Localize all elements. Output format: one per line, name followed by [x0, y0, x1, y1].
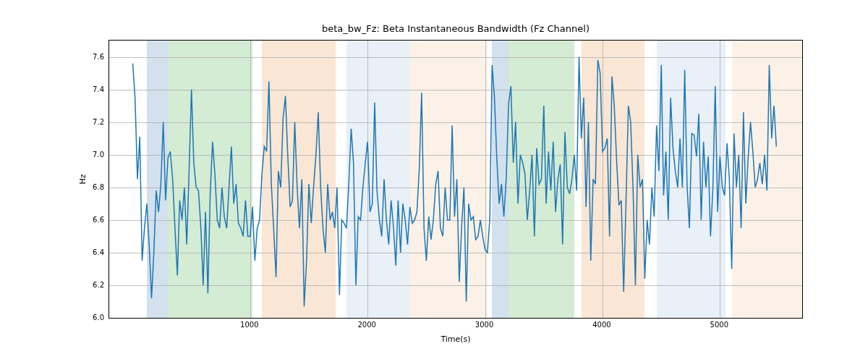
x-tick-label: 4000: [592, 321, 610, 329]
y-tick-label: 6.8: [75, 182, 104, 190]
line-plot: [109, 41, 802, 318]
y-tick-label: 6.0: [75, 313, 104, 321]
grid-horizontal: [109, 318, 802, 319]
x-axis-label: Time(s): [109, 334, 803, 344]
x-tick-label: 3000: [475, 321, 493, 329]
y-tick-label: 6.6: [75, 215, 104, 223]
x-tick-label: 2000: [357, 321, 375, 329]
y-tick-label: 6.2: [75, 280, 104, 288]
y-tick-label: 7.4: [75, 85, 104, 93]
y-tick-label: 7.0: [75, 150, 104, 158]
y-axis-label: Hz: [78, 40, 88, 319]
y-tick-label: 6.4: [75, 248, 104, 256]
x-tick-label: 1000: [240, 321, 258, 329]
plot-axes: [109, 40, 803, 319]
figure: beta_bw_Fz: Beta Instantaneous Bandwidth…: [0, 0, 868, 362]
chart-title: beta_bw_Fz: Beta Instantaneous Bandwidth…: [109, 23, 803, 34]
y-tick-label: 7.2: [75, 117, 104, 125]
x-tick-label: 5000: [710, 321, 728, 329]
series-line: [133, 57, 777, 307]
y-tick-label: 7.6: [75, 52, 104, 60]
